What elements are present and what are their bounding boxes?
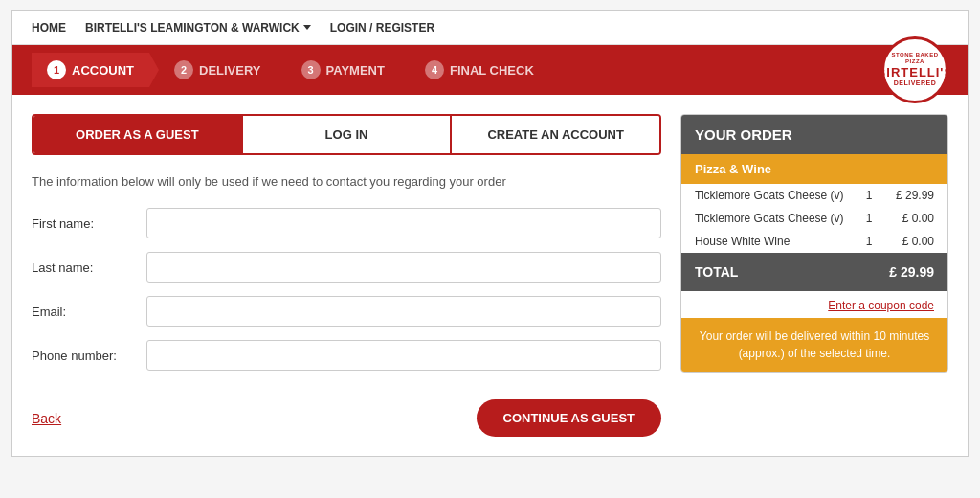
- step-number-4: 4: [425, 60, 444, 79]
- last-name-input[interactable]: [146, 252, 661, 283]
- logo-brand-name: BIRTELLI'S: [881, 65, 948, 79]
- item-name-1: Ticklemore Goats Cheese (v): [695, 189, 852, 202]
- tab-buttons: ORDER AS A GUEST LOG IN CREATE AN ACCOUN…: [32, 114, 661, 155]
- info-text: The information below will only be used …: [32, 174, 661, 189]
- step-number-2: 2: [174, 60, 193, 79]
- last-name-row: Last name:: [32, 252, 661, 283]
- item-price-2: £ 0.00: [886, 212, 934, 225]
- tab-create-account[interactable]: CREATE AN ACCOUNT: [450, 116, 659, 153]
- email-row: Email:: [32, 296, 661, 327]
- page-wrapper: HOME BIRTELLI'S LEAMINGTON & WARWICK LOG…: [11, 10, 969, 457]
- main-content: ORDER AS A GUEST LOG IN CREATE AN ACCOUN…: [12, 95, 968, 456]
- order-box: YOUR ORDER Pizza & Wine Ticklemore Goats…: [680, 114, 948, 373]
- step-final-check[interactable]: 4 FINAL CHECK: [410, 53, 549, 87]
- first-name-label: First name:: [32, 216, 146, 231]
- item-name-3: House White Wine: [695, 235, 852, 248]
- order-item: House White Wine 1 £ 0.00: [681, 230, 947, 253]
- logo-bottom-text: DELIVERED: [894, 79, 937, 87]
- item-price-3: £ 0.00: [886, 235, 934, 248]
- continue-as-guest-button[interactable]: CONTINUE AS GUEST: [477, 399, 661, 437]
- nav-location[interactable]: BIRTELLI'S LEAMINGTON & WARWICK: [85, 21, 311, 34]
- delivery-note: Your order will be delivered within 10 m…: [681, 318, 947, 372]
- item-name-2: Ticklemore Goats Cheese (v): [695, 212, 852, 225]
- step-label-payment: PAYMENT: [326, 63, 385, 78]
- step-delivery[interactable]: 2 DELIVERY: [159, 53, 277, 87]
- email-input[interactable]: [146, 296, 661, 327]
- step-label-account: ACCOUNT: [72, 63, 134, 78]
- step-number-3: 3: [301, 60, 321, 79]
- step-account[interactable]: 1 ACCOUNT: [32, 53, 149, 87]
- bottom-row: Back CONTINUE AS GUEST: [32, 399, 661, 437]
- nav-login[interactable]: LOGIN / REGISTER: [330, 21, 434, 34]
- total-value: £ 29.99: [889, 264, 934, 280]
- first-name-input[interactable]: [146, 208, 661, 238]
- first-name-row: First name:: [32, 208, 661, 238]
- steps-bar: 1 ACCOUNT 2 DELIVERY 3 PAYMENT 4 FINAL C…: [12, 45, 968, 95]
- order-title: YOUR ORDER: [681, 115, 947, 154]
- chevron-down-icon: [303, 25, 311, 30]
- tab-log-in[interactable]: LOG IN: [241, 116, 451, 153]
- coupon-row: Enter a coupon code: [681, 291, 947, 318]
- order-item: Ticklemore Goats Cheese (v) 1 £ 29.99: [681, 184, 947, 207]
- step-payment[interactable]: 3 PAYMENT: [286, 53, 400, 87]
- item-price-1: £ 29.99: [886, 189, 934, 202]
- order-total-row: TOTAL £ 29.99: [681, 253, 947, 291]
- item-qty-3: 1: [859, 235, 879, 248]
- coupon-link[interactable]: Enter a coupon code: [828, 299, 934, 312]
- step-label-delivery: DELIVERY: [199, 63, 261, 78]
- brand-logo: STONE BAKED PIZZA BIRTELLI'S DELIVERED: [881, 36, 948, 103]
- email-label: Email:: [32, 305, 146, 319]
- step-label-final-check: FINAL CHECK: [450, 63, 534, 78]
- left-panel: ORDER AS A GUEST LOG IN CREATE AN ACCOUN…: [32, 114, 661, 437]
- top-nav: HOME BIRTELLI'S LEAMINGTON & WARWICK LOG…: [12, 11, 968, 45]
- phone-input[interactable]: [146, 340, 661, 371]
- right-panel: YOUR ORDER Pizza & Wine Ticklemore Goats…: [680, 114, 948, 437]
- order-section-header: Pizza & Wine: [681, 154, 947, 184]
- nav-home[interactable]: HOME: [32, 21, 66, 34]
- total-label: TOTAL: [695, 264, 738, 280]
- order-item: Ticklemore Goats Cheese (v) 1 £ 0.00: [681, 207, 947, 230]
- item-qty-1: 1: [859, 189, 879, 202]
- step-number-1: 1: [47, 60, 66, 79]
- phone-row: Phone number:: [32, 340, 661, 371]
- item-qty-2: 1: [859, 212, 879, 225]
- logo-top-text: STONE BAKED PIZZA: [884, 52, 946, 65]
- phone-label: Phone number:: [32, 349, 146, 363]
- tab-order-as-guest[interactable]: ORDER AS A GUEST: [33, 116, 241, 153]
- guest-form: First name: Last name: Email: Phone numb…: [32, 208, 661, 371]
- last-name-label: Last name:: [32, 260, 146, 275]
- back-button[interactable]: Back: [32, 411, 61, 426]
